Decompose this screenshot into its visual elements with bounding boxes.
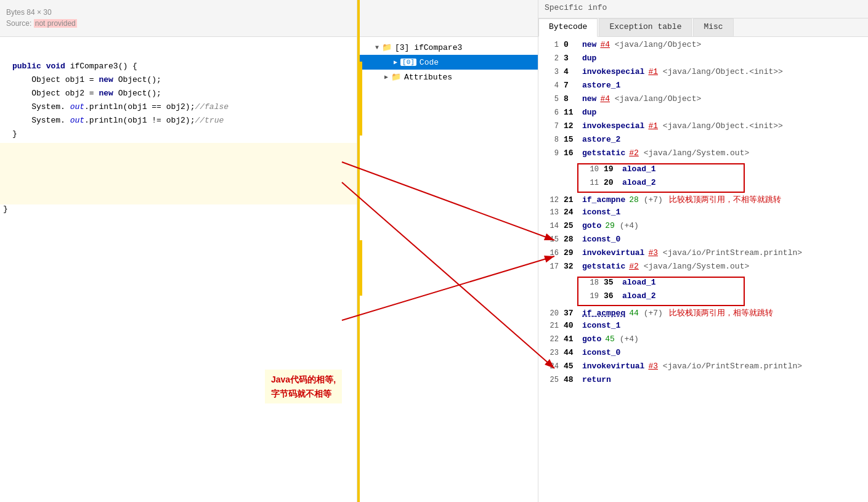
annotation-1: 比较栈顶两引用，不相等就跳转	[669, 194, 781, 205]
code-line-3: Object obj2 = new Object();	[0, 89, 357, 102]
code-highlight-area	[0, 143, 357, 204]
folder-icon: 📁	[382, 43, 392, 52]
table-row: 2 3 dup	[538, 54, 868, 67]
yellow-bar-1	[360, 62, 362, 136]
table-row: 12 21 if_acmpne 28 (+7) 比较栈顶两引用，不相等就跳转	[538, 194, 868, 208]
annotation-2: 比较栈顶两引用，相等就跳转	[669, 307, 773, 318]
table-row: 25 48 return	[538, 375, 868, 389]
top-bar-line2: Source: not provided	[6, 19, 351, 28]
table-row: 11 20 aload_2	[578, 178, 744, 192]
yellow-bar-2	[360, 240, 362, 296]
arrow-right-icon: ▶	[394, 59, 397, 66]
tab-misc[interactable]: Misc	[693, 18, 733, 36]
table-row: 14 25 goto 29 (+4)	[538, 221, 868, 235]
table-row: 3 4 invokespecial #1 <java/lang/Object.<…	[538, 67, 868, 81]
tree-header	[360, 0, 538, 37]
code-area: public void ifCompare3() { Object obj1 =…	[0, 37, 357, 502]
code-line-4: System. out.println(obj1 == obj2);//fals…	[0, 102, 357, 116]
code-line-2: Object obj1 = new Object();	[0, 75, 357, 89]
table-row: 10 19 aload_1	[578, 164, 744, 178]
table-row: 19 36 aload_2	[578, 291, 744, 305]
code-line-1: public void ifCompare3() {	[0, 62, 357, 75]
table-row: 5 8 new #4 <java/lang/Object>	[538, 94, 868, 108]
code-content-1: public void ifCompare3() {	[12, 62, 137, 71]
table-row: 18 35 aload_1	[578, 278, 744, 291]
tab-bytecode[interactable]: Bytecode	[538, 18, 598, 37]
code-content-2: Object obj1 = new Object();	[12, 75, 161, 84]
arrow-right-icon-2: ▶	[384, 73, 388, 81]
arrow-down-icon: ▼	[375, 44, 379, 51]
tree-label-attributes: Attributes	[404, 73, 452, 82]
code-content-5: System. out.println(obj1 != obj2);//true	[12, 116, 224, 125]
table-row: 8 15 astore_2	[538, 135, 868, 148]
table-row: 7 12 invokespecial #1 <java/lang/Object.…	[538, 121, 868, 135]
code-content-3: Object obj2 = new Object();	[12, 89, 161, 98]
bytecode-list[interactable]: 1 0 new #4 <java/lang/Object> 2 3 dup 3 …	[538, 37, 868, 502]
code-line-empty1	[0, 43, 357, 62]
table-row: 9 16 getstatic #2 <java/lang/System.out>	[538, 148, 868, 162]
tab-exception-table[interactable]: Exception table	[599, 18, 692, 36]
table-row: 17 32 getstatic #2 <java/lang/System.out…	[538, 262, 868, 275]
main-content: Bytes 84 × 30 Source: not provided publi…	[0, 0, 868, 502]
tree-item-ifcompare3[interactable]: ▼ 📁 [3] ifCompare3	[360, 40, 538, 55]
tree-item-attributes[interactable]: ▶ 📁 Attributes	[360, 70, 538, 84]
tree-items: ▼ 📁 [3] ifCompare3 ▶ [0] Code ▶ 📁 Attrib…	[360, 37, 538, 87]
java-annotation: Java代码的相等, 字节码就不相等	[265, 370, 342, 403]
folder-icon-2: 📁	[391, 72, 401, 82]
tree-item-code[interactable]: ▶ [0] Code	[360, 55, 538, 70]
tree-label-code: Code	[420, 58, 439, 67]
code-badge: [0]	[400, 59, 416, 66]
table-row: 13 24 iconst_1	[538, 208, 868, 221]
code-content-6: }	[12, 129, 17, 139]
bytecode-panel: Specific info Bytecode Exception table M…	[538, 0, 868, 502]
table-row: 24 45 invokevirtual #3 <java/io/PrintStr…	[538, 362, 868, 375]
table-row: 23 44 iconst_0	[538, 348, 868, 362]
editor-top-bar: Bytes 84 × 30 Source: not provided	[0, 0, 357, 37]
tree-panel: ▼ 📁 [3] ifCompare3 ▶ [0] Code ▶ 📁 Attrib…	[360, 0, 538, 502]
code-line-5: System. out.println(obj1 != obj2);//true	[0, 116, 357, 129]
red-box-2: 18 35 aload_1 19 36 aload_2	[577, 277, 745, 306]
table-row: 22 41 goto 45 (+4)	[538, 334, 868, 348]
code-line-close-brace: }	[0, 204, 357, 223]
code-line-6: }	[0, 129, 357, 143]
top-bar-line1: Bytes 84 × 30	[6, 8, 351, 17]
table-row: 20 37 if_acmpeq 44 (+7) 比较栈顶两引用，相等就跳转	[538, 307, 868, 321]
annotation-text2: 字节码就不相等	[271, 387, 336, 400]
table-row: 21 40 iconst_1	[538, 321, 868, 334]
code-content-4: System. out.println(obj1 == obj2);//fals…	[12, 102, 229, 111]
code-content-close: }	[3, 204, 8, 214]
tree-label-ifcompare3: [3] ifCompare3	[395, 43, 462, 52]
specific-info-label: Specific info	[545, 3, 607, 12]
table-row: 1 0 new #4 <java/lang/Object>	[538, 40, 868, 54]
table-row: 4 7 astore_1	[538, 81, 868, 94]
tabs-bar: Bytecode Exception table Misc	[538, 18, 868, 37]
table-row: 6 11 dup	[538, 108, 868, 121]
specific-info-header: Specific info	[538, 0, 868, 18]
red-box-1: 10 19 aload_1 11 20 aload_2	[577, 163, 745, 193]
annotation-text1: Java代码的相等,	[271, 373, 336, 386]
table-row: 15 28 iconst_0	[538, 235, 868, 248]
table-row: 16 29 invokevirtual #3 <java/io/PrintStr…	[538, 248, 868, 262]
code-editor: Bytes 84 × 30 Source: not provided publi…	[0, 0, 357, 502]
